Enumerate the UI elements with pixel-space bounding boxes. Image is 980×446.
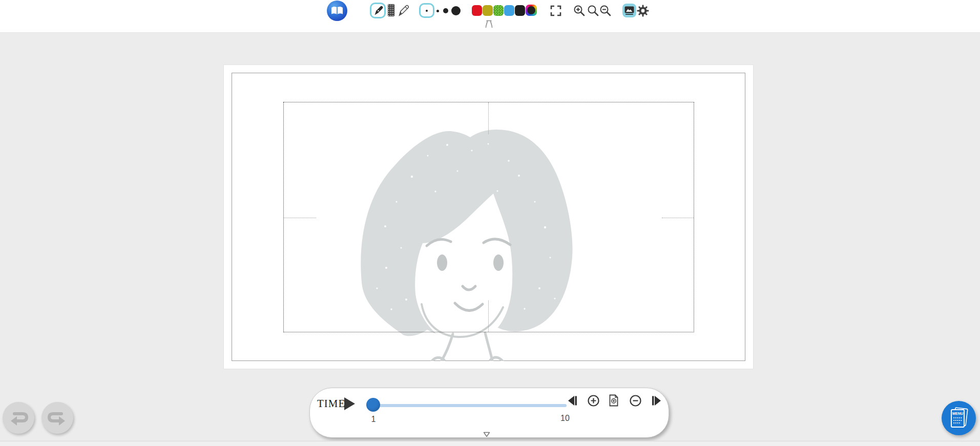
undo-icon xyxy=(8,410,29,426)
center-tick-left xyxy=(284,218,316,218)
settings-button[interactable] xyxy=(637,5,649,19)
neck-right xyxy=(485,333,492,360)
brush-dot-tiny xyxy=(426,10,428,12)
timeline-panel: TIME 1 10 xyxy=(309,388,669,438)
zoom-out-button[interactable] xyxy=(599,5,612,19)
magnifier-icon xyxy=(587,5,599,17)
magnifier-button[interactable] xyxy=(587,5,599,19)
brush-size-dot-medium[interactable] xyxy=(443,8,448,13)
top-toolbar xyxy=(0,0,980,33)
end-frame-label: 10 xyxy=(559,414,571,423)
image-mode-button[interactable] xyxy=(622,4,636,17)
collapse-timeline-button[interactable] xyxy=(483,430,490,439)
brush-size-dot-small[interactable] xyxy=(436,10,439,12)
color-swatch-black[interactable] xyxy=(515,5,525,16)
brush-size-small-button[interactable] xyxy=(419,3,434,18)
gear-icon xyxy=(637,5,649,17)
pencil-tool-button[interactable] xyxy=(397,4,410,19)
menu-cards-icon: MENU xyxy=(948,407,970,430)
brush-size-dot-large[interactable] xyxy=(451,6,461,15)
center-tick-bottom xyxy=(488,301,489,332)
image-icon xyxy=(624,6,634,15)
menu-button[interactable]: MENU xyxy=(942,401,976,435)
redo-button[interactable] xyxy=(41,402,73,434)
bottom-strip xyxy=(0,441,980,446)
pin-toolbar-button[interactable] xyxy=(485,20,493,32)
zoom-in-icon xyxy=(573,5,586,17)
color-swatch-blue[interactable] xyxy=(504,5,514,16)
menu-button-label: MENU xyxy=(952,411,963,416)
pen-tool-button[interactable] xyxy=(370,3,386,18)
time-slider-thumb[interactable] xyxy=(366,398,380,412)
duplicate-frame-button[interactable] xyxy=(609,394,618,409)
play-button[interactable] xyxy=(344,397,356,413)
time-slider-track[interactable] xyxy=(369,404,567,407)
color-swatch-green[interactable] xyxy=(493,5,504,16)
fullscreen-button[interactable] xyxy=(550,5,561,18)
minus-circle-icon xyxy=(630,395,641,407)
remove-frame-button[interactable] xyxy=(630,395,641,409)
zoom-out-icon xyxy=(599,5,612,17)
center-tick-top xyxy=(488,102,489,134)
texture-tool-button[interactable] xyxy=(388,4,394,16)
color-swatch-red[interactable] xyxy=(472,5,482,16)
fullscreen-icon xyxy=(550,5,561,16)
color-swatch-rainbow-picker[interactable] xyxy=(526,5,537,16)
next-frame-button[interactable] xyxy=(651,395,662,408)
prev-frame-button[interactable] xyxy=(567,395,578,408)
center-tick-right xyxy=(662,218,694,218)
zoom-in-button[interactable] xyxy=(573,5,586,19)
page-plus-icon xyxy=(609,394,618,407)
book-logo-icon xyxy=(327,1,347,21)
color-swatch-olive[interactable] xyxy=(483,5,493,16)
start-frame-label: 1 xyxy=(367,415,380,424)
play-icon xyxy=(344,397,356,411)
pin-icon xyxy=(485,20,493,30)
pen-icon xyxy=(372,5,384,16)
chevron-down-icon xyxy=(483,432,490,437)
app-logo[interactable] xyxy=(327,1,347,23)
undo-button[interactable] xyxy=(3,402,34,434)
camera-frame-guide xyxy=(283,102,694,332)
step-forward-icon xyxy=(651,395,662,406)
plus-circle-icon xyxy=(588,395,599,407)
time-label: TIME xyxy=(317,397,345,410)
add-frame-button[interactable] xyxy=(588,395,599,409)
redo-icon xyxy=(47,410,68,426)
pencil-icon xyxy=(397,4,410,17)
step-backward-icon xyxy=(567,395,578,406)
